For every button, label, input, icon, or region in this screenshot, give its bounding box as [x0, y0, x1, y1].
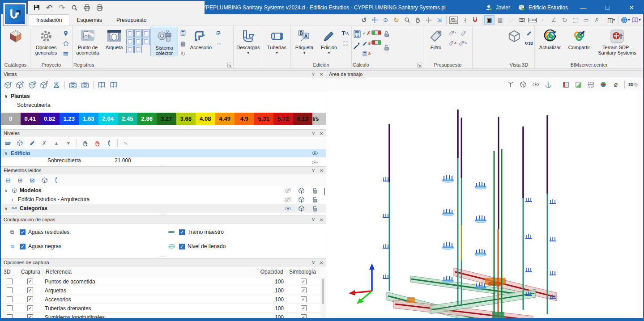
chevron-down-icon[interactable]: ∨ — [4, 188, 11, 193]
panel-scrollbar[interactable] — [324, 188, 325, 195]
etiqueta-button[interactable]: BA Etiqueta ▾ — [292, 27, 317, 55]
checkbox-captura[interactable]: ✓ — [27, 287, 33, 293]
maximize-button[interactable]: □ — [598, 2, 616, 13]
snap-magnet-icon[interactable] — [470, 15, 480, 25]
row-opacidad[interactable]: 100 — [258, 305, 286, 312]
close-panel-icon[interactable]: × — [320, 259, 323, 266]
text-search-icon[interactable]: T — [341, 29, 350, 38]
table-scrollbar[interactable] — [320, 277, 326, 318]
keyboard-entry-icon[interactable] — [516, 15, 527, 25]
table-row[interactable]: ✓ Arquetas 100 ✓ — [1, 286, 326, 295]
lock-results-icon[interactable] — [382, 30, 391, 38]
print-icon[interactable] — [81, 3, 92, 13]
splitter-handle[interactable]: ∙∙∙∙ — [1, 254, 326, 258]
chevron-right-icon[interactable]: › — [12, 197, 18, 202]
move-view-icon[interactable] — [423, 15, 434, 25]
pan-zoom-icon[interactable] — [370, 15, 380, 25]
move-up-icon[interactable]: ▲ — [51, 138, 62, 148]
lock-open-icon[interactable] — [310, 203, 320, 213]
col-captura[interactable]: Captura — [18, 269, 43, 275]
checkbox-captura[interactable]: ✓ — [27, 296, 33, 302]
chevron-down-icon[interactable]: ∨ — [4, 94, 11, 99]
checkbox-simbologia[interactable]: ✓ — [301, 279, 307, 284]
table-row[interactable]: ✓ Puntos de acometida 100 ✓ — [1, 277, 326, 286]
rotate-icon[interactable]: ↻ — [559, 15, 570, 25]
sistema-colector-button[interactable]: Sistema colector — [150, 27, 178, 56]
arqueta-variant-icon[interactable] — [134, 30, 142, 37]
delete-view-icon[interactable]: ✗ — [39, 80, 50, 90]
tab-esquemas[interactable]: Esquemas — [69, 14, 109, 25]
building-options-icon[interactable] — [61, 39, 70, 48]
rain-point-icon[interactable] — [61, 29, 70, 38]
minimize-button[interactable]: — — [574, 2, 592, 13]
dxf-dwg-edit-icon[interactable]: + — [459, 15, 469, 25]
dialog-launcher-icon[interactable]: ↘ — [417, 63, 422, 68]
checkbox-3d[interactable] — [7, 314, 13, 318]
checkbox-simbologia[interactable]: ✓ — [301, 287, 307, 293]
element-info-icon[interactable] — [51, 175, 62, 186]
settings-3d-icon[interactable]: 3D — [628, 79, 639, 90]
tag-edit-icon[interactable]: ✎ — [458, 39, 467, 48]
tuberias-button[interactable]: Tuberías ▾ — [264, 27, 290, 55]
eye-slash-icon[interactable] — [283, 194, 293, 204]
toggle-check-icon[interactable] — [371, 40, 381, 45]
cube-3d-icon[interactable] — [296, 194, 306, 204]
level-info-icon[interactable] — [104, 138, 115, 148]
actualizar-button[interactable]: Actualizar — [536, 27, 564, 50]
layer-stack-icon[interactable] — [598, 79, 609, 90]
project-chip[interactable]: Edificio Estudios — [516, 3, 568, 13]
table-row[interactable]: ✓ Sumideros longitudinales 100 ✓ — [1, 313, 326, 318]
add-view-icon[interactable]: + — [3, 80, 13, 90]
print-config-icon[interactable] — [94, 3, 105, 13]
clip-plane-icon[interactable] — [573, 79, 584, 90]
row-opacidad[interactable]: 100 — [258, 287, 286, 294]
dimension-icon[interactable]: 1.00 — [527, 15, 537, 25]
collapse-chevron-icon[interactable]: ∨ — [311, 71, 315, 78]
language-globe-icon[interactable]: ▾ — [620, 15, 631, 25]
zoom-scale-icon[interactable]: ⊙ — [380, 15, 391, 25]
angle-icon[interactable]: ∠ — [549, 15, 559, 25]
move-down-icon[interactable]: ▼ — [63, 138, 74, 148]
hide-elements-icon[interactable]: ø — [610, 79, 621, 90]
dialog-launcher-icon[interactable]: ↘ — [227, 63, 232, 68]
orbit-3d-icon[interactable]: ↻3D — [525, 39, 533, 48]
view-cube-icon[interactable] — [518, 79, 529, 90]
tab-instalacion[interactable]: Instalación — [29, 14, 69, 25]
checkbox[interactable]: ✓ — [179, 229, 185, 235]
lock-open-icon[interactable] — [310, 194, 320, 204]
close-panel-icon[interactable]: × — [320, 71, 323, 78]
checkbox[interactable]: ✓ — [20, 244, 26, 249]
colector-list-icon[interactable]: ▤ — [179, 39, 188, 48]
dxf-dwg-icon[interactable]: DXFDWG — [448, 15, 459, 25]
tools-icon[interactable]: ✗ — [592, 15, 602, 25]
orbit-object-icon[interactable]: ⚓ — [543, 79, 554, 90]
crop-icon[interactable]: ⌐ — [538, 15, 548, 25]
checkbox[interactable]: ✓ — [20, 229, 26, 235]
col-simbologia[interactable]: Simbología — [286, 269, 320, 275]
visibility-eye-icon[interactable] — [310, 157, 320, 164]
collapse-chevron-icon[interactable]: ∨ — [311, 259, 315, 266]
pan-hand-icon[interactable] — [413, 15, 423, 25]
save-icon[interactable] — [31, 3, 42, 13]
section-box-icon[interactable] — [585, 79, 596, 90]
table-row[interactable]: ✓ Tuberías drenantes 100 ✓ — [1, 304, 326, 313]
compartir-button[interactable]: Compartir — [565, 27, 593, 50]
close-panel-icon[interactable]: × — [320, 167, 323, 174]
accesorio-elbow-icon[interactable] — [214, 29, 223, 38]
zoom-window-icon[interactable] — [402, 15, 412, 25]
colector-calc-icon[interactable] — [179, 29, 188, 38]
tag-remove-icon[interactable]: ✗ — [448, 39, 457, 48]
model-3d-canvas[interactable] — [326, 91, 643, 318]
edit-level-icon[interactable] — [27, 138, 38, 148]
duplicate-view-icon[interactable]: ⧉ — [27, 80, 38, 90]
collapse-chevron-icon[interactable]: ∨ — [311, 130, 315, 137]
elementos-row-arquitectura[interactable]: › Edifcio Estudios - Arquitectura — [1, 195, 326, 204]
edit-cancel-icon[interactable]: ⊘ — [362, 39, 371, 48]
collapse-chevron-icon[interactable]: ∨ — [311, 216, 315, 223]
col-opacidad[interactable]: Opacidad — [257, 269, 286, 275]
vista3d-button[interactable] — [504, 27, 524, 44]
axes-icon[interactable] — [505, 79, 516, 90]
tab-presupuesto[interactable]: Presupuesto — [109, 14, 154, 25]
arqueta-variant-icon[interactable] — [126, 38, 134, 45]
capture-window-icon[interactable]: ⇲ — [434, 15, 444, 25]
